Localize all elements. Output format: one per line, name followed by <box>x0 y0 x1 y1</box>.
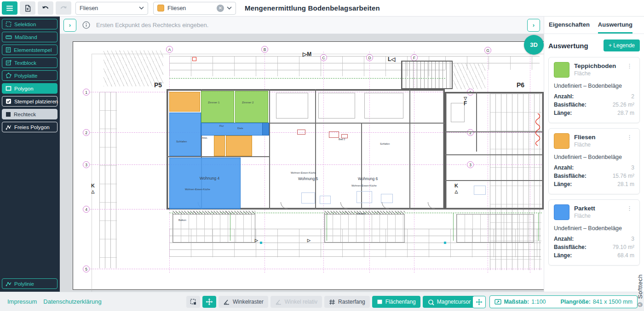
datenschutz-link[interactable]: Datenschutzerklärung <box>43 298 101 305</box>
redo-button[interactable] <box>56 1 71 15</box>
clear-selection-icon[interactable]: ✕ <box>217 5 224 12</box>
plan-reference-line <box>453 213 454 241</box>
stat-label: Basisfläche: <box>554 244 586 250</box>
sidebar-item-stempel-platzieren[interactable]: Stempel platzieren <box>2 96 58 107</box>
message-bar: › Ersten Eckpunkt des Rechtecks eingeben… <box>60 17 544 34</box>
plan-room-outline <box>276 93 308 119</box>
stamp-select-value: Fliesen <box>167 5 186 11</box>
sidebar-item-selektion[interactable]: Selektion <box>2 19 58 29</box>
add-legend-button[interactable]: + Legende <box>604 40 640 51</box>
plan-area-teppich[interactable] <box>235 91 268 123</box>
plan-marker-k-right: K△ <box>454 183 458 194</box>
copyright-label: © Softtech <box>637 274 644 308</box>
plan-wall <box>445 154 543 155</box>
material-category: Undefiniert – Bodenbeläge <box>554 83 634 89</box>
tab-auswertung[interactable]: Auswertung <box>598 17 632 34</box>
plansize-label: Plangröße: <box>561 299 591 305</box>
material-swatch-orange <box>554 133 569 149</box>
panel-collapse-button[interactable]: › <box>527 19 540 32</box>
category-select[interactable]: Fliesen <box>75 2 148 15</box>
magnetcursor-button[interactable]: Magnetcursor <box>423 296 475 308</box>
sidebar-collapse-button[interactable]: › <box>63 19 76 32</box>
status-message: Ersten Eckpunkt des Rechtecks eingeben. <box>96 22 208 28</box>
grid-bubble-d: D <box>366 54 373 61</box>
sidebar-item-massband[interactable]: Maßband <box>2 32 58 42</box>
view-3d-button[interactable]: 3D <box>524 35 544 55</box>
winkel-relativ-button[interactable]: Winkel relativ <box>270 296 322 308</box>
sidebar-item-polyplatte[interactable]: Polyplatte <box>2 70 58 81</box>
marquee-select-button[interactable] <box>186 296 200 308</box>
plan-room-label: Schlafen <box>176 140 187 143</box>
plan-wall <box>269 89 270 209</box>
plan-area-parkett[interactable] <box>169 113 201 156</box>
plan-area-fliesen[interactable] <box>169 92 200 112</box>
pan-button[interactable] <box>472 296 486 308</box>
material-title: Parkett <box>574 205 595 212</box>
plan-furniture <box>301 192 315 204</box>
tab-eigenschaften[interactable]: Eigenschaften <box>549 17 590 34</box>
menu-icon <box>6 5 13 11</box>
stat-label: Basisfläche: <box>554 102 586 108</box>
plansize-value: 841 x 1500 mm <box>593 299 632 305</box>
material-category: Undefiniert – Bodenbeläge <box>554 154 634 160</box>
new-file-button[interactable] <box>20 1 35 15</box>
grid-bubble-c: C <box>320 54 327 61</box>
plan-room-label: Schlafen <box>380 142 390 145</box>
rasterfang-button[interactable]: Rasterfang <box>324 296 370 308</box>
grid-bubble-4: 4 <box>83 206 90 213</box>
material-card-teppichboden: Teppichboden Fläche ⋮ Undefiniert – Bode… <box>548 57 640 123</box>
angle-relative-icon <box>275 299 282 305</box>
sidebar-item-textblock[interactable]: Textblock <box>2 57 58 68</box>
sidebar-item-polygon[interactable]: Polygon <box>2 83 58 94</box>
plan-marker-k-left: K△ <box>91 183 95 194</box>
stat-value: 25.26 m² <box>613 102 634 108</box>
plan-room-outline <box>364 93 403 119</box>
plan-area-parkett[interactable] <box>169 158 241 209</box>
sidebar-item-rechteck[interactable]: Rechteck <box>2 109 58 119</box>
selection-icon <box>6 21 12 27</box>
sidebar-item-polylinie[interactable]: Polylinie <box>2 278 58 289</box>
undo-button[interactable] <box>38 1 53 15</box>
kebab-menu-icon[interactable]: ⋮ <box>625 133 634 149</box>
stamp-color-swatch <box>157 5 164 11</box>
material-swatch-green <box>554 62 569 78</box>
polyplate-icon <box>6 73 12 79</box>
menu-button[interactable] <box>2 1 17 15</box>
plan-marker-p5: P5 <box>154 81 162 89</box>
impressum-link[interactable]: Impressum <box>7 298 37 305</box>
plan-room-label: Wohnung 4 <box>200 176 219 181</box>
stat-value: 28.7 m <box>617 110 634 116</box>
polygon-icon <box>6 86 12 91</box>
plan-marker-p6: P6 <box>517 81 524 89</box>
plan-marker-l: L◁ <box>388 56 396 62</box>
plan-area-fliesen[interactable] <box>226 136 252 156</box>
plan-area-teppich[interactable] <box>201 91 234 123</box>
panel-tabs: Eigenschaften Auswertung <box>544 17 644 34</box>
sidebar-item-freies-polygon[interactable]: Freies Polygon <box>2 122 58 132</box>
plan-area-parkett[interactable] <box>262 123 269 136</box>
material-card-fliesen: Fliesen Fläche ⋮ Undefiniert – Bodenbelä… <box>548 128 640 194</box>
angle-grid-icon <box>223 299 230 305</box>
stamp-select[interactable]: Fliesen ✕ <box>153 2 236 15</box>
kebab-menu-icon[interactable]: ⋮ <box>625 204 634 220</box>
material-title: Fliesen <box>574 134 596 141</box>
plan-room-label: Bad 2 <box>339 138 345 141</box>
properties-panel: Eigenschaften Auswertung Auswertung + Le… <box>544 17 644 292</box>
plan-furniture <box>474 186 486 195</box>
sidebar-item-elementstempel[interactable]: Elementstempel <box>2 45 58 55</box>
stat-value: 15.76 m² <box>613 173 634 179</box>
area-snap-icon <box>377 299 383 305</box>
plan-revision-cloud <box>534 113 542 146</box>
plan-room-label: Zimmer 1 <box>208 101 219 104</box>
stat-label: Länge: <box>554 252 572 259</box>
kebab-menu-icon[interactable]: ⋮ <box>625 62 634 78</box>
winkelraster-button[interactable]: Winkelraster <box>218 296 268 308</box>
grid-bubble-3: 3 <box>83 161 90 168</box>
move-mode-button[interactable] <box>202 296 216 308</box>
checkbox-icon <box>6 98 12 104</box>
plan-area-fliesen[interactable] <box>214 136 225 156</box>
plan-room-outline <box>318 93 355 119</box>
plan-area-parkett[interactable] <box>201 123 269 136</box>
flaechenfang-button[interactable]: Flächenfang <box>372 296 420 308</box>
drawing-canvas[interactable]: 1 2 3 4 5 1 2 3 A B C D F G H <box>60 34 544 292</box>
